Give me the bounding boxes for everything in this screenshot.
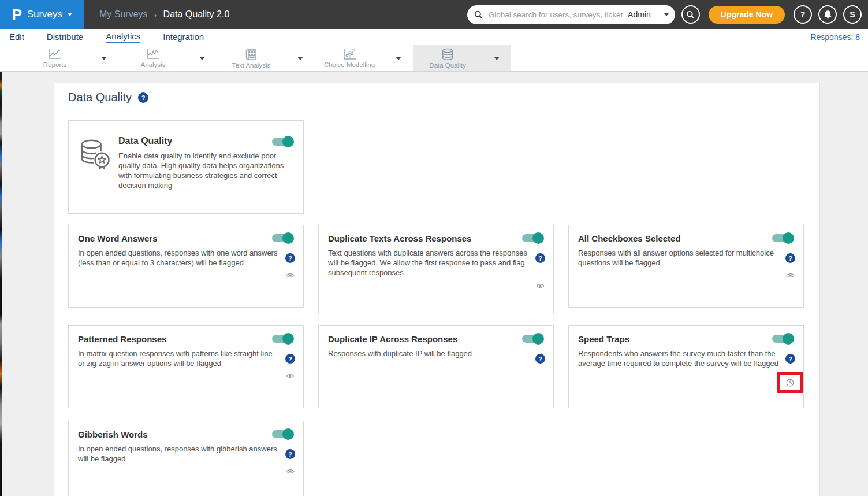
eye-icon[interactable]	[536, 283, 545, 289]
card-duplicate-ip: Duplicate IP Across Responses Responses …	[318, 325, 554, 408]
card-title: Data Quality	[118, 136, 294, 146]
toolbar-group-reports: Reports	[20, 45, 118, 71]
breadcrumb: My Surveys › Data Quality 2.0	[99, 9, 229, 20]
chevron-down-icon	[68, 13, 72, 16]
card-data-quality: Data Quality Enable data quality to iden…	[68, 120, 304, 214]
help-icon[interactable]: ?	[785, 253, 795, 263]
card-duplicate-texts: Duplicate Texts Across Responses Text qu…	[318, 225, 554, 314]
toolbar-item-analysis[interactable]: Analysis	[118, 45, 188, 71]
tab-distribute[interactable]: Distribute	[47, 32, 83, 42]
database-star-icon	[78, 132, 118, 202]
document-grid-icon	[244, 48, 258, 61]
card-description: Responses with duplicate IP will be flag…	[328, 349, 529, 359]
choice-modelling-dropdown[interactable]	[384, 45, 413, 71]
toolbar-group-text-analysis: Text Analysis	[217, 45, 315, 71]
breadcrumb-my-surveys[interactable]: My Surveys	[99, 9, 148, 20]
card-speed-traps: Speed Traps Respondents who answers the …	[568, 325, 804, 408]
search-icon	[686, 10, 695, 19]
clock-icon[interactable]	[786, 379, 794, 387]
eye-icon[interactable]	[786, 272, 795, 279]
help-icon[interactable]: ?	[285, 253, 295, 263]
help-icon[interactable]: ?	[285, 354, 295, 364]
database-icon	[441, 48, 455, 61]
toolbar-item-label: Text Analysis	[232, 62, 270, 69]
panel-header: Data Quality ?	[54, 83, 819, 112]
breadcrumb-current: Data Quality 2.0	[163, 9, 230, 20]
card-description: Respondents who answers the survey much …	[578, 349, 779, 369]
card-title: Patterned Responses	[78, 334, 294, 344]
search-submit-button[interactable]	[681, 5, 700, 24]
card-description: Responses with all answer options select…	[578, 249, 779, 268]
data-quality-toggle[interactable]	[272, 136, 294, 147]
patterned-responses-toggle[interactable]	[272, 333, 294, 345]
eye-icon[interactable]	[286, 272, 295, 279]
product-label: Surveys	[27, 9, 62, 20]
help-icon[interactable]: ?	[535, 253, 545, 263]
account-avatar[interactable]: S	[843, 5, 862, 24]
search-icon	[474, 10, 483, 19]
card-description: In matrix question responses with patter…	[78, 349, 279, 369]
data-quality-dropdown[interactable]	[482, 45, 511, 71]
tab-edit[interactable]: Edit	[9, 32, 24, 42]
line-chart-icon	[47, 48, 62, 60]
help-button[interactable]: ?	[794, 5, 812, 24]
avatar-initial: S	[850, 10, 855, 19]
text-analysis-dropdown[interactable]	[286, 45, 315, 71]
duplicate-ip-toggle[interactable]	[522, 333, 544, 345]
topbar: P Surveys My Surveys › Data Quality 2.0 …	[0, 0, 868, 29]
topbar-actions: Admin Upgrade Now ? S	[467, 5, 868, 24]
toolbar-item-text-analysis[interactable]: Text Analysis	[217, 45, 286, 71]
help-icon[interactable]: ?	[785, 354, 795, 364]
breadcrumb-separator: ›	[154, 10, 157, 20]
chevron-down-icon	[297, 57, 303, 60]
eye-icon[interactable]	[286, 468, 295, 475]
card-gibberish-words: Gibberish Words In open ended questions,…	[68, 421, 304, 496]
card-title: One Word Answers	[78, 234, 294, 243]
all-checkboxes-toggle[interactable]	[772, 232, 794, 244]
area-chart-icon	[146, 48, 161, 60]
search-scope-dropdown[interactable]	[658, 5, 675, 24]
speed-traps-toggle[interactable]	[772, 333, 794, 345]
tab-integration[interactable]: Integration	[163, 32, 204, 42]
toolbar-group-analysis: Analysis	[118, 45, 217, 71]
scatter-chart-icon	[342, 48, 357, 60]
surveys-product-switcher[interactable]: P Surveys	[0, 0, 84, 29]
eye-icon[interactable]	[286, 373, 295, 379]
search-scope-label: Admin	[624, 10, 658, 19]
bell-icon	[824, 10, 832, 19]
one-word-answers-toggle[interactable]	[272, 232, 294, 244]
toolbar-item-data-quality[interactable]: Data Quality	[413, 45, 482, 71]
card-title: All Checkboxes Selected	[578, 234, 794, 243]
card-patterned-responses: Patterned Responses In matrix question r…	[68, 325, 304, 408]
toolbar-item-label: Choice Modelling	[324, 61, 375, 68]
card-title: Speed Traps	[578, 334, 794, 344]
card-description: In open ended questions, responses with …	[78, 445, 279, 464]
help-icon[interactable]: ?	[535, 354, 545, 364]
chevron-down-icon	[396, 57, 401, 60]
tab-analytics[interactable]: Analytics	[106, 31, 140, 43]
analytics-toolbar: Reports Analysis Text Analysis Choice Mo…	[0, 45, 868, 72]
search-input[interactable]	[487, 10, 624, 20]
notifications-button[interactable]	[818, 5, 837, 24]
toolbar-group-choice-modelling: Choice Modelling	[315, 45, 413, 71]
cards-container: Data Quality Enable data quality to iden…	[54, 112, 819, 496]
toolbar-item-label: Data Quality	[429, 62, 465, 69]
global-search: Admin	[467, 5, 675, 24]
reports-dropdown[interactable]	[90, 45, 118, 71]
toolbar-item-reports[interactable]: Reports	[20, 45, 90, 71]
card-all-checkboxes: All Checkboxes Selected Responses with a…	[568, 225, 804, 308]
chevron-down-icon	[101, 57, 107, 60]
chevron-down-icon	[664, 13, 669, 16]
help-icon[interactable]: ?	[285, 449, 295, 459]
analysis-dropdown[interactable]	[188, 45, 217, 71]
responses-count[interactable]: Responses: 8	[810, 32, 868, 42]
gibberish-words-toggle[interactable]	[272, 428, 294, 440]
upgrade-now-button[interactable]: Upgrade Now	[709, 6, 785, 24]
duplicate-texts-toggle[interactable]	[522, 232, 544, 244]
card-one-word-answers: One Word Answers In open ended questions…	[68, 225, 304, 308]
question-icon: ?	[800, 10, 806, 19]
page-title: Data Quality	[68, 91, 132, 104]
page-help-icon[interactable]: ?	[138, 92, 148, 103]
toolbar-item-choice-modelling[interactable]: Choice Modelling	[315, 45, 384, 71]
card-title: Duplicate IP Across Responses	[328, 334, 544, 344]
